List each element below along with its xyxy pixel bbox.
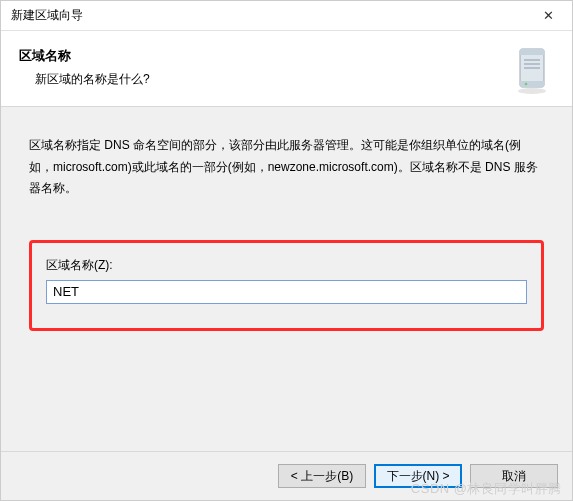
- new-zone-wizard-dialog: 新建区域向导 ✕ 区域名称 新区域的名称是什么? 区域名称指定 DNS 命名空间…: [0, 0, 573, 501]
- svg-rect-3: [524, 59, 540, 61]
- wizard-footer: < 上一步(B) 下一步(N) > 取消: [1, 451, 572, 500]
- svg-point-6: [525, 83, 528, 86]
- svg-point-7: [518, 88, 546, 94]
- svg-rect-1: [520, 49, 544, 55]
- next-button[interactable]: 下一步(N) >: [374, 464, 462, 488]
- zone-name-label: 区域名称(Z):: [46, 257, 527, 274]
- wizard-header: 区域名称 新区域的名称是什么?: [1, 31, 572, 107]
- svg-rect-5: [524, 67, 540, 69]
- svg-rect-4: [524, 63, 540, 65]
- close-button[interactable]: ✕: [528, 4, 568, 28]
- zone-name-highlight: 区域名称(Z):: [29, 240, 544, 331]
- description-text: 区域名称指定 DNS 命名空间的部分，该部分由此服务器管理。这可能是你组织单位的…: [29, 135, 544, 200]
- wizard-header-subtitle: 新区域的名称是什么?: [35, 71, 554, 88]
- dialog-title: 新建区域向导: [11, 7, 528, 24]
- back-button[interactable]: < 上一步(B): [278, 464, 366, 488]
- server-icon: [514, 45, 554, 95]
- wizard-body: 区域名称指定 DNS 命名空间的部分，该部分由此服务器管理。这可能是你组织单位的…: [1, 107, 572, 451]
- wizard-header-title: 区域名称: [19, 47, 554, 65]
- titlebar: 新建区域向导 ✕: [1, 1, 572, 31]
- svg-rect-2: [520, 81, 544, 87]
- zone-name-input[interactable]: [46, 280, 527, 304]
- cancel-button[interactable]: 取消: [470, 464, 558, 488]
- close-icon: ✕: [543, 8, 554, 23]
